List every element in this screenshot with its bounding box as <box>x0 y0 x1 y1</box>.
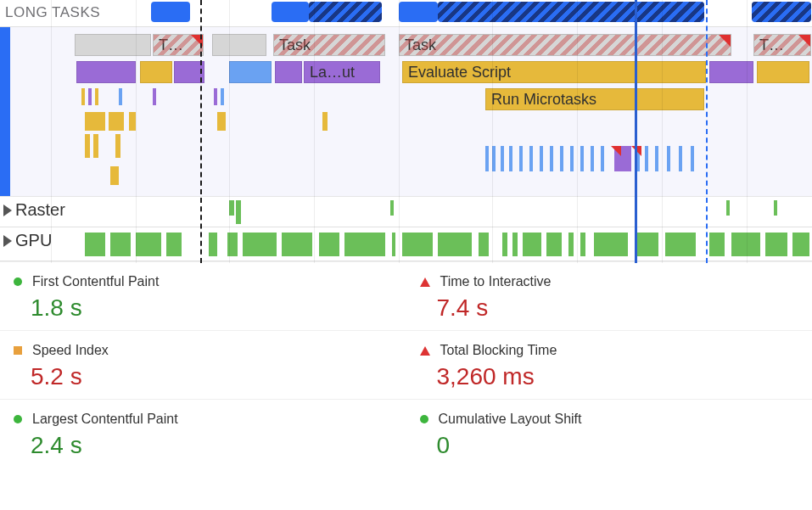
flame-bar[interactable] <box>140 61 172 83</box>
flame-bar[interactable] <box>214 88 217 105</box>
gpu-event[interactable] <box>282 233 312 256</box>
flame-bar[interactable] <box>129 112 136 131</box>
timing-marker[interactable] <box>200 0 202 263</box>
gpu-event[interactable] <box>665 233 696 256</box>
flame-bar[interactable] <box>85 134 90 158</box>
gpu-event[interactable] <box>85 233 105 256</box>
flame-bar[interactable] <box>76 61 136 83</box>
expand-icon[interactable] <box>3 205 12 216</box>
timing-marker[interactable] <box>706 0 708 263</box>
flame-bar[interactable] <box>275 61 302 83</box>
raster-event[interactable] <box>774 200 777 216</box>
flame-bar[interactable] <box>509 146 512 171</box>
flame-bar[interactable] <box>485 146 489 171</box>
long-tasks-track[interactable]: LONG TASKS <box>0 0 812 27</box>
gpu-event[interactable] <box>209 233 217 256</box>
gpu-event[interactable] <box>110 233 131 256</box>
metric-card[interactable]: First Contentful Paint1.8 s <box>0 261 406 330</box>
flame-bar[interactable] <box>560 146 563 171</box>
flame-bar[interactable] <box>550 146 553 171</box>
flame-bar[interactable] <box>217 112 226 131</box>
gpu-event[interactable] <box>438 233 472 256</box>
flame-bar[interactable] <box>95 88 98 105</box>
gpu-event[interactable] <box>392 233 395 256</box>
gpu-event[interactable] <box>765 233 787 256</box>
gpu-event[interactable] <box>243 233 277 256</box>
long-task-bar[interactable] <box>752 2 811 22</box>
metric-card[interactable]: Largest Contentful Paint2.4 s <box>0 399 406 468</box>
flame-bar[interactable] <box>691 146 694 171</box>
flame-bar[interactable] <box>580 146 584 171</box>
task-bar[interactable]: Task <box>273 34 385 56</box>
long-task-bar[interactable] <box>438 2 704 22</box>
gpu-event[interactable] <box>731 233 760 256</box>
gpu-event[interactable] <box>635 233 658 256</box>
gpu-event[interactable] <box>319 233 339 256</box>
flame-bar[interactable] <box>85 112 105 131</box>
metric-card[interactable]: Speed Index5.2 s <box>0 330 406 399</box>
gpu-event[interactable] <box>594 233 628 256</box>
main-thread-flamechart[interactable]: T…TaskTaskT…La…utEvaluate ScriptRun Micr… <box>0 27 812 197</box>
flame-bar[interactable] <box>570 146 574 171</box>
flame-bar[interactable] <box>519 146 523 171</box>
flame-bar[interactable]: Evaluate Script <box>402 61 706 83</box>
gpu-track-header[interactable]: GPU <box>3 231 52 250</box>
flame-bar[interactable] <box>221 88 224 105</box>
gpu-event[interactable] <box>479 233 489 256</box>
task-bar[interactable]: T… <box>153 34 204 56</box>
gpu-event[interactable] <box>136 233 161 256</box>
flame-bar[interactable] <box>540 146 543 171</box>
raster-event[interactable] <box>236 200 241 224</box>
gpu-event[interactable] <box>344 233 385 256</box>
task-bar[interactable] <box>75 34 151 56</box>
expand-icon[interactable] <box>3 235 12 247</box>
gpu-event[interactable] <box>512 233 518 256</box>
metric-card[interactable]: Total Blocking Time3,260 ms <box>406 330 813 399</box>
flame-bar[interactable] <box>110 166 119 185</box>
long-task-bar[interactable] <box>151 2 190 22</box>
flame-bar[interactable] <box>667 146 670 171</box>
raster-event[interactable] <box>726 200 730 216</box>
gpu-event[interactable] <box>402 233 433 256</box>
long-task-bar[interactable] <box>309 2 382 22</box>
flame-bar[interactable] <box>93 134 98 158</box>
flame-bar[interactable] <box>679 146 682 171</box>
metric-card[interactable]: Cumulative Layout Shift0 <box>406 399 813 468</box>
flame-bar[interactable] <box>81 88 85 105</box>
long-task-bar[interactable] <box>399 2 438 22</box>
long-task-bar[interactable] <box>272 2 309 22</box>
flame-bar[interactable] <box>757 61 809 83</box>
flame-bar[interactable] <box>645 146 648 171</box>
flame-bar[interactable] <box>115 134 120 158</box>
flame-bar[interactable] <box>601 146 604 171</box>
gpu-event[interactable] <box>546 233 562 256</box>
flame-bar[interactable] <box>153 88 156 105</box>
flame-bar[interactable]: La…ut <box>304 61 380 83</box>
metric-card[interactable]: Time to Interactive7.4 s <box>406 261 813 330</box>
gpu-event[interactable] <box>580 233 585 256</box>
flame-bar[interactable] <box>88 88 92 105</box>
gpu-event[interactable] <box>502 233 507 256</box>
gpu-event[interactable] <box>523 233 541 256</box>
task-bar[interactable] <box>212 34 266 56</box>
gpu-event[interactable] <box>709 233 725 256</box>
task-bar[interactable]: Task <box>399 34 731 56</box>
raster-event[interactable] <box>390 200 394 216</box>
raster-track-header[interactable]: Raster <box>3 200 65 220</box>
flame-bar[interactable] <box>529 146 533 171</box>
gpu-event[interactable] <box>166 233 182 256</box>
flame-bar[interactable] <box>119 88 122 105</box>
raster-track[interactable]: Raster <box>0 197 812 227</box>
flame-bar[interactable] <box>655 146 658 171</box>
flame-bar[interactable]: Run Microtasks <box>485 88 704 110</box>
flame-bar[interactable] <box>229 61 272 83</box>
flame-bar[interactable] <box>322 112 328 131</box>
gpu-event[interactable] <box>568 233 574 256</box>
flame-bar[interactable] <box>501 146 504 171</box>
flame-bar[interactable] <box>591 146 594 171</box>
gpu-event[interactable] <box>792 233 809 256</box>
flame-bar[interactable] <box>109 112 124 131</box>
current-time-marker[interactable] <box>635 0 637 263</box>
task-bar[interactable]: T… <box>753 34 811 56</box>
gpu-track[interactable]: GPU <box>0 227 812 261</box>
